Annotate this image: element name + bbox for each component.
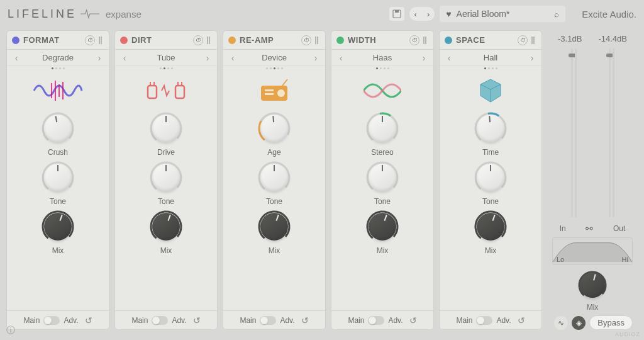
sub-prev[interactable]: ‹: [336, 53, 345, 63]
knob-label: Mix: [160, 246, 172, 255]
knob-tone[interactable]: [474, 161, 508, 195]
knob-mix[interactable]: [257, 210, 291, 244]
output-meter[interactable]: [609, 48, 614, 217]
sub-label[interactable]: Hall: [484, 53, 497, 62]
preset-nav: ‹ ›: [409, 7, 435, 21]
knob-label: Tone: [482, 197, 499, 206]
bypass-button[interactable]: Bypass: [589, 315, 633, 330]
sub-prev[interactable]: ‹: [120, 53, 129, 63]
page-dots: [223, 66, 325, 72]
algo-icon-wave: [7, 72, 109, 109]
main-adv-toggle[interactable]: [368, 316, 384, 325]
module-title: SPACE: [456, 35, 514, 45]
enable-dot-format[interactable]: [12, 37, 19, 44]
clock-icon[interactable]: ⏱: [409, 35, 419, 45]
eq-filter-display[interactable]: Lo Hi: [552, 237, 633, 265]
adv-label: Adv.: [64, 316, 78, 325]
adv-label: Adv.: [388, 316, 402, 325]
algo-icon-cube: [440, 72, 541, 109]
enable-dot-width[interactable]: [336, 37, 344, 44]
clock-icon[interactable]: ⏱: [193, 35, 203, 45]
link-icon[interactable]: ⚯: [586, 224, 593, 234]
reset-icon[interactable]: ↺: [193, 315, 201, 326]
module-title: RE-AMP: [240, 35, 297, 45]
knob-mix[interactable]: [149, 210, 183, 244]
knob-crush[interactable]: [41, 111, 75, 145]
shield-icon[interactable]: ◈: [572, 316, 586, 330]
main-adv-toggle[interactable]: [476, 316, 492, 325]
knob-drive[interactable]: [149, 111, 183, 145]
sub-next[interactable]: ›: [419, 53, 428, 63]
preset-prev-button[interactable]: ‹: [409, 9, 422, 19]
module-title: FORMAT: [23, 35, 81, 45]
preset-selector[interactable]: ♥ Aerial Bloom* ⌕: [440, 6, 565, 22]
output-mix-knob[interactable]: [577, 270, 608, 300]
module-format: FORMAT ⏱ ‹ Degrade › Crush: [6, 30, 109, 330]
preset-name: Aerial Bloom*: [457, 9, 550, 19]
db-readout-out: -14.4dB: [598, 34, 627, 43]
reset-icon[interactable]: ↺: [409, 315, 417, 326]
sub-next[interactable]: ›: [95, 53, 104, 63]
reset-icon[interactable]: ↺: [301, 315, 309, 326]
knob-stereo[interactable]: [365, 111, 399, 145]
enable-dot-dirt[interactable]: [120, 37, 128, 44]
out-label: Out: [613, 224, 625, 233]
knob-label: Tone: [158, 197, 174, 206]
level-meters: [550, 48, 635, 221]
watermark-text: AUDIOZ: [615, 331, 640, 337]
main-label: Main: [131, 316, 148, 325]
enable-dot-space[interactable]: [445, 37, 452, 44]
adv-label: Adv.: [172, 316, 186, 325]
reset-icon[interactable]: ↺: [85, 315, 92, 326]
meter-icon: [315, 37, 320, 44]
sub-next[interactable]: ›: [311, 53, 320, 63]
knob-tone[interactable]: [149, 161, 183, 195]
module-dirt: DIRT ⏱ ‹ Tube › Driv: [114, 30, 218, 330]
pulse-icon: [80, 8, 99, 20]
clock-icon[interactable]: ⏱: [301, 35, 311, 45]
knob-label: Tone: [266, 197, 282, 206]
knob-tone[interactable]: [257, 161, 291, 195]
logo-expanse-text: expanse: [106, 9, 142, 20]
knob-tone[interactable]: [41, 161, 75, 195]
knob-label: Crush: [48, 148, 68, 157]
knob-age[interactable]: [257, 111, 291, 145]
preset-next-button[interactable]: ›: [422, 9, 435, 19]
input-meter[interactable]: [571, 48, 577, 217]
sub-prev[interactable]: ‹: [12, 53, 21, 63]
sub-label[interactable]: Degrade: [42, 53, 74, 62]
clock-icon[interactable]: ⏱: [518, 35, 528, 45]
svg-rect-20: [265, 89, 274, 91]
enable-dot-reamp[interactable]: [228, 37, 236, 44]
knob-time[interactable]: [474, 111, 508, 145]
sub-label[interactable]: Haas: [373, 53, 392, 62]
knob-mix[interactable]: [474, 210, 508, 244]
sub-next[interactable]: ›: [528, 53, 536, 63]
ab-compare-icon[interactable]: ∿: [554, 316, 568, 330]
main-adv-toggle[interactable]: [152, 316, 168, 325]
module-width: WIDTH ⏱ ‹ Haas › Stereo: [331, 30, 434, 330]
sub-label[interactable]: Device: [262, 53, 287, 62]
main-adv-toggle[interactable]: [43, 316, 60, 325]
sub-prev[interactable]: ‹: [228, 53, 237, 63]
module-title: WIDTH: [348, 35, 406, 45]
save-icon[interactable]: [389, 7, 404, 21]
main-label: Main: [348, 316, 364, 325]
sub-label[interactable]: Tube: [157, 53, 175, 62]
sub-next[interactable]: ›: [203, 53, 212, 63]
db-readout-in: -3.1dB: [558, 34, 582, 43]
page-dots: [440, 66, 541, 72]
knob-tone[interactable]: [365, 161, 399, 195]
knob-mix[interactable]: [41, 210, 75, 244]
clock-icon[interactable]: ⏱: [85, 35, 95, 45]
knob-label: Mix: [377, 246, 389, 255]
favorite-icon[interactable]: ♥: [446, 9, 451, 19]
search-icon[interactable]: ⌕: [554, 9, 559, 19]
module-reamp: RE-AMP ⏱ ‹ Device ›: [223, 30, 326, 330]
reset-icon[interactable]: ↺: [518, 315, 525, 326]
knob-mix[interactable]: [365, 210, 399, 244]
sub-prev[interactable]: ‹: [445, 53, 453, 63]
main-adv-toggle[interactable]: [260, 316, 276, 325]
info-icon[interactable]: ⓘ: [6, 325, 15, 336]
algo-icon-tube: [115, 72, 217, 109]
